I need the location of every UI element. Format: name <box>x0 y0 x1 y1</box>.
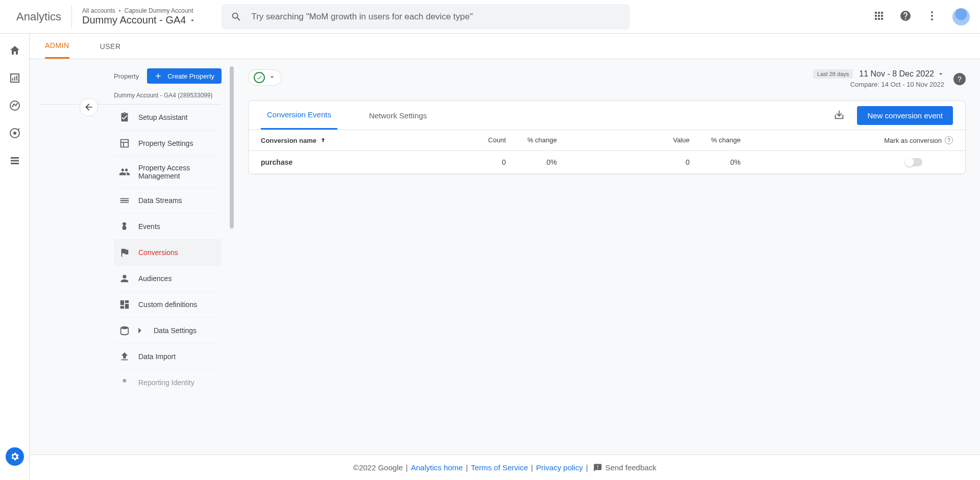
download-icon[interactable] <box>834 109 845 122</box>
menu-data-import[interactable]: Data Import <box>114 344 222 370</box>
breadcrumb: All accounts Capsule Dummy Account <box>82 7 196 14</box>
menu-data-streams[interactable]: Data Streams <box>114 188 222 214</box>
cell-count: 0 <box>455 158 506 166</box>
svg-rect-8 <box>16 75 17 81</box>
menu-data-settings[interactable]: Data Settings <box>114 318 222 344</box>
apps-icon[interactable] <box>873 10 885 23</box>
product-logo-wrap[interactable]: Analytics <box>10 6 72 28</box>
account-picker[interactable]: All accounts Capsule Dummy Account Dummy… <box>72 7 206 26</box>
nav-admin-gear[interactable] <box>6 447 24 466</box>
menu-item-label: Data Streams <box>138 196 182 205</box>
svg-point-11 <box>13 132 16 135</box>
property-subtitle: Dummy Account - GA4 (289533099) <box>40 89 222 105</box>
tab-conversion-events[interactable]: Conversion Events <box>261 101 337 130</box>
svg-rect-14 <box>11 163 19 164</box>
menu-item-label: Custom definitions <box>138 300 197 309</box>
user-avatar[interactable] <box>952 8 970 26</box>
search-input[interactable]: Try searching "MoM growth in users for e… <box>222 4 630 30</box>
menu-setup-assistant[interactable]: Setup Assistant <box>114 105 222 131</box>
col-count[interactable]: Count <box>455 136 506 144</box>
chevron-right-icon <box>117 8 122 13</box>
menu-property-settings[interactable]: Property Settings <box>114 131 222 157</box>
menu-item-label: Events <box>138 222 160 231</box>
footer-copyright: ©2022 Google <box>353 463 403 472</box>
menu-item-label: Property Access Management <box>138 164 216 180</box>
help-icon[interactable]: ? <box>945 136 953 144</box>
account-selector-label: Dummy Account - GA4 <box>82 14 186 26</box>
feedback-icon <box>593 463 602 472</box>
menu-events[interactable]: Events <box>114 214 222 240</box>
property-menu: Setup Assistant Property Settings Proper… <box>114 105 222 395</box>
help-icon[interactable] <box>899 10 912 23</box>
create-property-button[interactable]: Create Property <box>147 68 222 84</box>
footer-analytics-home-link[interactable]: Analytics home <box>411 463 463 472</box>
col-change-1[interactable]: % change <box>506 136 557 144</box>
app-body: ADMIN USER Property Create Property Dumm… <box>0 34 980 480</box>
date-compare-text: Compare: 14 Oct - 10 Nov 2022 <box>813 81 944 88</box>
menu-item-label: Reporting Identity <box>138 378 194 387</box>
menu-custom-definitions[interactable]: Custom definitions <box>114 292 222 318</box>
clipboard-check-icon <box>119 112 130 123</box>
menu-audiences[interactable]: Audiences <box>114 266 222 292</box>
plus-icon <box>154 72 162 80</box>
create-property-label: Create Property <box>167 72 214 80</box>
menu-item-label: Data Settings <box>154 326 197 335</box>
menu-access-management[interactable]: Property Access Management <box>114 157 222 188</box>
product-name: Analytics <box>16 10 61 23</box>
property-sidebar: Property Create Property Dummy Account -… <box>30 59 234 454</box>
main-area: ADMIN USER Property Create Property Dumm… <box>30 34 980 480</box>
search-icon <box>231 11 242 22</box>
svg-rect-13 <box>11 160 19 162</box>
layout-icon <box>119 138 130 149</box>
menu-item-label: Conversions <box>138 248 178 257</box>
more-icon[interactable] <box>926 10 938 23</box>
tab-admin[interactable]: ADMIN <box>45 34 69 59</box>
menu-item-label: Property Settings <box>138 139 193 147</box>
table-header: Conversion name Count % change Value % c… <box>249 130 965 151</box>
chevron-right-icon <box>134 325 145 336</box>
conversions-card: Conversion Events Network Settings New c… <box>248 100 966 174</box>
search-placeholder: Try searching "MoM growth in users for e… <box>251 12 473 22</box>
col-value[interactable]: Value <box>557 136 690 144</box>
footer-privacy-link[interactable]: Privacy policy <box>536 463 583 472</box>
date-range-text: 11 Nov - 8 Dec 2022 <box>859 69 934 79</box>
back-button[interactable] <box>80 98 98 116</box>
panel-help-icon[interactable]: ? <box>953 73 966 85</box>
col-conversion-name[interactable]: Conversion name <box>261 136 455 144</box>
breadcrumb-root: All accounts <box>82 7 115 14</box>
dropdown-icon <box>268 73 276 83</box>
nav-configure[interactable] <box>8 154 21 167</box>
send-feedback-button[interactable]: Send feedback <box>593 463 656 472</box>
mark-as-conversion-toggle[interactable] <box>905 158 922 166</box>
sidebar-section-label: Property <box>114 72 139 80</box>
cell-change-2: 0% <box>690 158 741 166</box>
new-conversion-event-button[interactable]: New conversion event <box>857 106 953 125</box>
nav-home[interactable] <box>8 44 21 57</box>
app-footer: ©2022 Google | Analytics home | Terms of… <box>30 454 980 480</box>
send-feedback-label: Send feedback <box>605 463 656 472</box>
svg-rect-7 <box>14 77 15 81</box>
card-tabs: Conversion Events Network Settings New c… <box>249 101 965 130</box>
tab-network-settings[interactable]: Network Settings <box>363 102 433 129</box>
filter-pill[interactable] <box>248 69 282 86</box>
nav-advertising[interactable] <box>8 127 21 140</box>
cell-name: purchase <box>261 158 455 166</box>
cell-change-1: 0% <box>506 158 557 166</box>
svg-rect-6 <box>12 78 13 81</box>
menu-reporting-identity[interactable]: Reporting Identity <box>114 370 222 395</box>
content-row: Property Create Property Dummy Account -… <box>30 59 980 454</box>
menu-item-label: Setup Assistant <box>138 113 188 121</box>
admin-user-tabs: ADMIN USER <box>30 34 980 59</box>
tab-user[interactable]: USER <box>100 35 121 58</box>
col-change-2[interactable]: % change <box>690 136 741 144</box>
nav-reports[interactable] <box>8 71 21 85</box>
menu-conversions[interactable]: Conversions <box>114 240 222 266</box>
footer-tos-link[interactable]: Terms of Service <box>471 463 528 472</box>
date-range-badge: Last 28 days <box>813 69 853 79</box>
account-selector[interactable]: Dummy Account - GA4 <box>82 14 196 26</box>
svg-point-4 <box>931 15 933 17</box>
shapes-icon <box>119 299 130 310</box>
sidebar-scrollbar[interactable] <box>230 66 234 229</box>
nav-explore[interactable] <box>8 99 21 112</box>
date-range-picker[interactable]: Last 28 days 11 Nov - 8 Dec 2022 Compare… <box>813 69 944 88</box>
